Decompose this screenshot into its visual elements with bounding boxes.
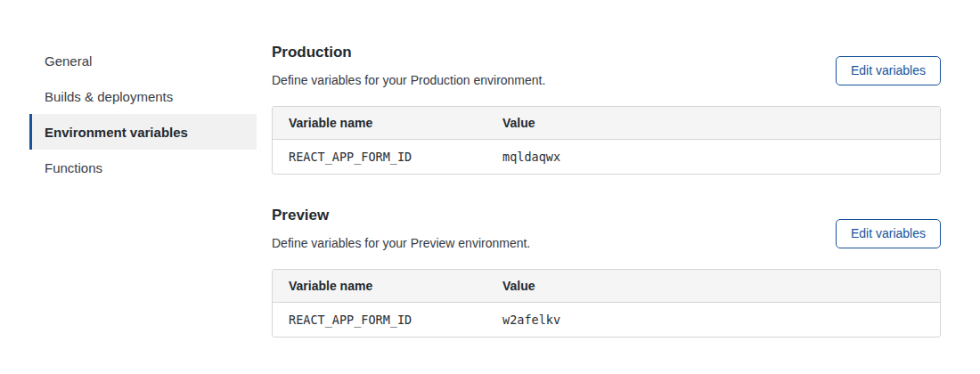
production-title: Production — [272, 44, 545, 61]
production-description: Define variables for your Production env… — [272, 73, 545, 88]
column-header-value: Value — [486, 107, 940, 139]
table-row: REACT_APP_FORM_ID mqldaqwx — [273, 140, 940, 174]
variable-value-cell: w2afelkv — [486, 303, 940, 337]
preview-title: Preview — [272, 207, 530, 224]
production-heading-block: Production Define variables for your Pro… — [272, 44, 545, 88]
preview-section-header: Preview Define variables for your Previe… — [272, 207, 941, 251]
sidebar-item-label: Functions — [45, 160, 102, 175]
settings-sidebar: General Builds & deployments Environment… — [29, 43, 257, 370]
production-variables-table: Variable name Value REACT_APP_FORM_ID mq… — [272, 106, 941, 175]
environment-variables-panel: Production Define variables for your Pro… — [272, 43, 941, 370]
table-header-row: Variable name Value — [273, 270, 940, 303]
sidebar-item-label: General — [45, 53, 92, 69]
production-section-header: Production Define variables for your Pro… — [272, 44, 941, 88]
variable-value-cell: mqldaqwx — [486, 140, 940, 174]
variable-name-cell: REACT_APP_FORM_ID — [273, 303, 486, 337]
preview-edit-variables-button[interactable]: Edit variables — [836, 219, 941, 248]
sidebar-item-functions[interactable]: Functions — [29, 150, 257, 185]
sidebar-item-general[interactable]: General — [29, 43, 257, 78]
production-section: Production Define variables for your Pro… — [272, 44, 941, 175]
preview-variables-table: Variable name Value REACT_APP_FORM_ID w2… — [272, 269, 941, 337]
sidebar-item-builds-deployments[interactable]: Builds & deployments — [29, 78, 257, 114]
preview-description: Define variables for your Preview enviro… — [272, 236, 530, 251]
column-header-variable-name: Variable name — [273, 107, 486, 139]
preview-heading-block: Preview Define variables for your Previe… — [272, 207, 530, 251]
variable-name-cell: REACT_APP_FORM_ID — [273, 140, 486, 174]
sidebar-item-label: Builds & deployments — [45, 89, 173, 104]
settings-page: General Builds & deployments Environment… — [0, 0, 980, 370]
table-row: REACT_APP_FORM_ID w2afelkv — [273, 303, 940, 337]
column-header-variable-name: Variable name — [273, 270, 486, 302]
production-edit-variables-button[interactable]: Edit variables — [836, 56, 941, 85]
table-header-row: Variable name Value — [273, 107, 940, 140]
sidebar-item-environment-variables[interactable]: Environment variables — [29, 114, 257, 150]
preview-section: Preview Define variables for your Previe… — [272, 207, 941, 337]
column-header-value: Value — [486, 270, 940, 302]
sidebar-item-label: Environment variables — [45, 125, 188, 140]
